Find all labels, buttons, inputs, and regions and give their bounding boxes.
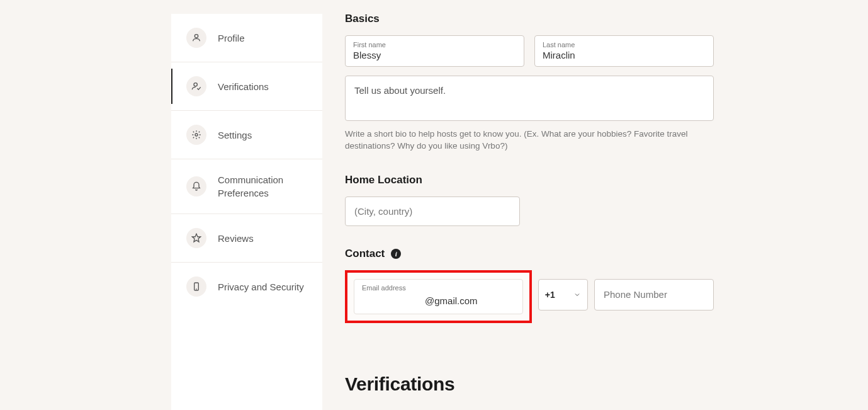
svg-point-2 <box>195 134 198 136</box>
first-name-input[interactable] <box>353 50 516 60</box>
home-location-input[interactable] <box>345 196 520 226</box>
phone-icon <box>186 276 206 297</box>
home-location-heading: Home Location <box>345 174 714 186</box>
sidebar-item-privacy[interactable]: Privacy and Security <box>171 263 322 310</box>
home-location-section: Home Location <box>345 174 714 226</box>
country-code-value: +1 <box>545 290 555 300</box>
email-label: Email address <box>362 285 515 292</box>
last-name-input[interactable] <box>543 50 706 60</box>
sidebar-item-verifications[interactable]: Verifications <box>171 62 322 111</box>
main-content: Basics First name Last name Write a shor… <box>345 0 714 410</box>
sidebar-item-communication[interactable]: Communication Preferences <box>171 159 322 214</box>
last-name-field[interactable]: Last name <box>534 35 714 67</box>
sidebar-item-label: Settings <box>218 128 252 142</box>
email-value: @gmail.com <box>362 293 515 306</box>
sidebar-item-label: Privacy and Security <box>218 280 304 293</box>
country-code-select[interactable]: +1 <box>538 279 588 310</box>
info-icon[interactable]: i <box>391 249 401 259</box>
basics-heading: Basics <box>345 13 714 25</box>
bell-icon <box>186 176 206 196</box>
sidebar-item-label: Communication Preferences <box>218 173 306 200</box>
sidebar-item-label: Profile <box>218 31 245 45</box>
email-field[interactable]: Email address @gmail.com <box>354 279 523 314</box>
bio-help-text: Write a short bio to help hosts get to k… <box>345 128 714 152</box>
sidebar-item-reviews[interactable]: Reviews <box>171 214 322 263</box>
chevron-down-icon <box>573 291 581 299</box>
profile-icon <box>186 28 206 48</box>
settings-sidebar: Profile Verifications Settings Communica… <box>171 14 322 410</box>
bio-field[interactable] <box>345 76 714 121</box>
basics-section: Basics First name Last name Write a shor… <box>345 13 714 152</box>
first-name-label: First name <box>353 42 516 48</box>
verifications-heading: Verifications <box>345 373 714 395</box>
sidebar-item-settings[interactable]: Settings <box>171 111 322 159</box>
bio-textarea[interactable] <box>354 85 704 106</box>
phone-input[interactable] <box>594 279 714 310</box>
contact-heading: Contact <box>345 248 385 260</box>
first-name-field[interactable]: First name <box>345 35 524 67</box>
email-highlight-box: Email address @gmail.com <box>345 270 532 323</box>
gear-icon <box>186 125 206 145</box>
svg-point-0 <box>194 35 198 38</box>
star-icon <box>186 228 206 248</box>
verifications-icon <box>186 76 206 96</box>
last-name-label: Last name <box>543 42 706 48</box>
contact-section: Contact i Email address @gmail.com +1 <box>345 248 714 323</box>
sidebar-item-profile[interactable]: Profile <box>171 14 322 62</box>
sidebar-item-label: Reviews <box>218 232 254 245</box>
svg-point-1 <box>194 83 197 86</box>
sidebar-item-label: Verifications <box>218 80 269 93</box>
